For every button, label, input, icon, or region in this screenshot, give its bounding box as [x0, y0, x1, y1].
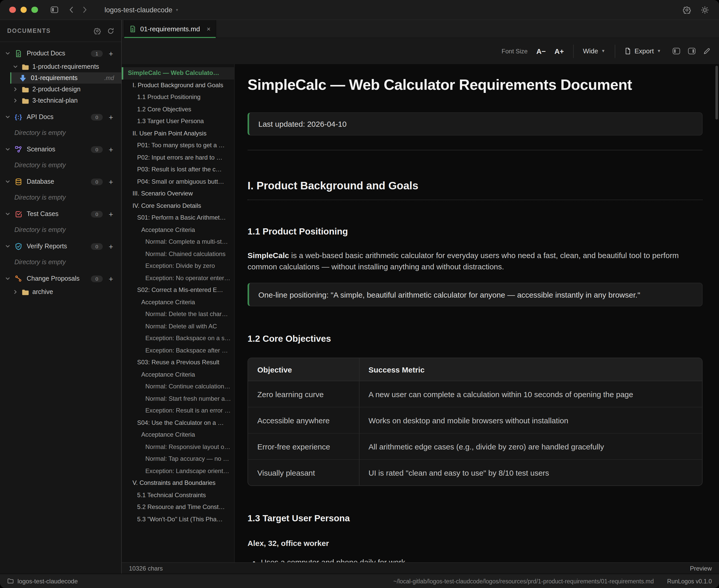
- minimize-button[interactable]: [20, 7, 27, 13]
- toc-item[interactable]: Normal: Start fresh number a…: [122, 393, 234, 405]
- toc-item[interactable]: Normal: Continue calculation…: [122, 381, 234, 393]
- preview-mode-toggle[interactable]: Preview: [690, 565, 712, 572]
- sidebar-toggle-icon[interactable]: [50, 6, 58, 13]
- table-cell: UI is rated "clean and easy to use" by 8…: [359, 460, 702, 485]
- sidebar-section-verify-reports[interactable]: Verify Reports0+: [0, 240, 121, 252]
- toc-item[interactable]: P01: Too many steps to get a …: [122, 140, 234, 152]
- toc-item[interactable]: SimpleCalc — Web Calculato…: [122, 67, 234, 79]
- gear-icon[interactable]: [94, 27, 101, 34]
- chevron-right-icon[interactable]: [13, 87, 19, 92]
- chevron-right-icon[interactable]: [13, 289, 19, 295]
- export-button[interactable]: Export ▼: [624, 47, 661, 55]
- refresh-icon[interactable]: [107, 27, 114, 34]
- chevron-down-icon[interactable]: [5, 114, 11, 120]
- theme-sun-icon[interactable]: [701, 6, 709, 14]
- sidebar-section-test-cases[interactable]: Test Cases0+: [0, 208, 121, 219]
- table-cell: Works on desktop and mobile browsers wit…: [359, 407, 702, 433]
- tab-01-requirements[interactable]: 01-requirements.md ×: [124, 20, 216, 38]
- chevron-down-icon[interactable]: [13, 64, 19, 69]
- toc-item[interactable]: Acceptance Criteria: [122, 224, 234, 236]
- toc-item[interactable]: Exception: Divide by zero: [122, 260, 234, 272]
- chevron-down-icon[interactable]: [5, 51, 11, 56]
- tree-folder-1-product-requirements[interactable]: 1-product-requirements: [0, 61, 121, 72]
- count-badge: 0: [91, 243, 103, 250]
- toc-item[interactable]: P03: Result is lost after the c…: [122, 164, 234, 176]
- toc-item[interactable]: Exception: Backspace on a si…: [122, 333, 234, 344]
- toc-item[interactable]: S01: Perform a Basic Arithmet…: [122, 212, 234, 224]
- toc-item[interactable]: II. User Pain Point Analysis: [122, 127, 234, 140]
- toc-item[interactable]: Acceptance Criteria: [122, 429, 234, 441]
- tree-folder-archive[interactable]: archive: [0, 286, 121, 298]
- tree-file-01-requirements[interactable]: 01-requirements.md: [10, 72, 121, 84]
- toc-item[interactable]: Exception: Landscape orient…: [122, 465, 234, 477]
- toc-item[interactable]: S04: Use the Calculator on a …: [122, 417, 234, 429]
- tree-folder-2-product-design[interactable]: 2-product-design: [0, 84, 121, 95]
- forward-button[interactable]: [82, 6, 87, 13]
- toc-item[interactable]: S03: Reuse a Previous Result: [122, 357, 234, 369]
- toc-item[interactable]: III. Scenario Overview: [122, 188, 234, 200]
- toc-item[interactable]: 5.1 Technical Constraints: [122, 489, 234, 501]
- app-version: RunLogos v0.1.0: [667, 578, 712, 584]
- tree-folder-3-technical-plan[interactable]: 3-technical-plan: [0, 95, 121, 106]
- toc-item[interactable]: Acceptance Criteria: [122, 369, 234, 381]
- toc-item[interactable]: Exception: Backspace after =…: [122, 344, 234, 357]
- toc-item[interactable]: P02: Input errors are hard to …: [122, 152, 234, 164]
- sidebar-section-database[interactable]: Database0+: [0, 176, 121, 187]
- toc-item[interactable]: Normal: Chained calculations: [122, 248, 234, 260]
- add-button[interactable]: +: [108, 243, 114, 250]
- right-panel-toggle-icon[interactable]: [688, 47, 696, 55]
- sidebar-section-api-docs[interactable]: {:}API Docs0+: [0, 111, 121, 123]
- chevron-down-icon[interactable]: [5, 147, 11, 152]
- add-button[interactable]: +: [108, 210, 114, 218]
- add-button[interactable]: +: [108, 178, 114, 186]
- chevron-down-icon[interactable]: [5, 244, 11, 249]
- toc-item[interactable]: Exception: No operator enter…: [122, 272, 234, 284]
- toc-item[interactable]: Normal: Tap accuracy — no a…: [122, 453, 234, 465]
- project-name: logos-test-claudecode: [18, 578, 78, 585]
- toc-item[interactable]: I. Product Background and Goals: [122, 79, 234, 91]
- add-button[interactable]: +: [108, 145, 114, 153]
- toc-item[interactable]: Normal: Delete all with AC: [122, 320, 234, 333]
- toc-item[interactable]: Acceptance Criteria: [122, 296, 234, 308]
- toc-item[interactable]: S02: Correct a Mis-entered E…: [122, 284, 234, 296]
- chevron-down-icon[interactable]: [5, 179, 11, 184]
- toc-item[interactable]: 5.2 Resource and Time Const…: [122, 501, 234, 513]
- empty-directory-label: Directory is empty: [0, 256, 121, 268]
- toc-item[interactable]: 1.3 Target User Persona: [122, 115, 234, 127]
- toc-item[interactable]: Normal: Responsive layout o…: [122, 441, 234, 453]
- toc-item[interactable]: IV. Core Scenario Details: [122, 200, 234, 212]
- add-button[interactable]: +: [108, 49, 114, 57]
- add-button[interactable]: +: [108, 113, 114, 121]
- edit-pencil-icon[interactable]: [703, 47, 711, 55]
- back-button[interactable]: [68, 6, 73, 13]
- close-button[interactable]: [9, 7, 16, 13]
- scrollbar-thumb[interactable]: [715, 66, 718, 120]
- bullet-dot: •: [247, 557, 261, 562]
- settings-gear-icon[interactable]: [683, 6, 691, 14]
- add-button[interactable]: +: [108, 275, 114, 282]
- toc-item[interactable]: Exception: Result is an error …: [122, 405, 234, 417]
- toc-item[interactable]: 5.3 "Won't-Do" List (This Pha…: [122, 513, 234, 525]
- toc-item[interactable]: 1.2 Core Objectives: [122, 103, 234, 115]
- sidebar-section-product-docs[interactable]: Product Docs1+: [0, 48, 121, 59]
- font-decrease-button[interactable]: A−: [536, 47, 546, 55]
- chevron-down-icon[interactable]: [5, 211, 11, 216]
- folder-icon: [7, 578, 14, 584]
- toc-item[interactable]: Normal: Delete the last chara…: [122, 308, 234, 320]
- sidebar-section-change-proposals[interactable]: Change Proposals0+: [0, 273, 121, 284]
- zoom-button[interactable]: [31, 7, 38, 13]
- toc-item[interactable]: V. Constraints and Boundaries: [122, 477, 234, 489]
- chevron-right-icon[interactable]: [13, 98, 19, 103]
- window-title[interactable]: logos-test-claudecode ▾: [104, 6, 178, 14]
- toc-item[interactable]: Normal: Complete a multi-st…: [122, 236, 234, 248]
- left-panel-toggle-icon[interactable]: [672, 47, 680, 55]
- window-title-text: logos-test-claudecode: [104, 6, 172, 14]
- chevron-down-icon[interactable]: [5, 276, 11, 281]
- width-mode-dropdown[interactable]: Wide ▼: [583, 47, 605, 55]
- table-cell: Zero learning curve: [248, 381, 359, 407]
- toc-item[interactable]: P04: Small or ambiguous butt…: [122, 176, 234, 188]
- toc-item[interactable]: 1.1 Product Positioning: [122, 91, 234, 103]
- tab-close-icon[interactable]: ×: [207, 25, 211, 33]
- font-increase-button[interactable]: A+: [554, 47, 564, 55]
- sidebar-section-scenarios[interactable]: Scenarios0+: [0, 144, 121, 155]
